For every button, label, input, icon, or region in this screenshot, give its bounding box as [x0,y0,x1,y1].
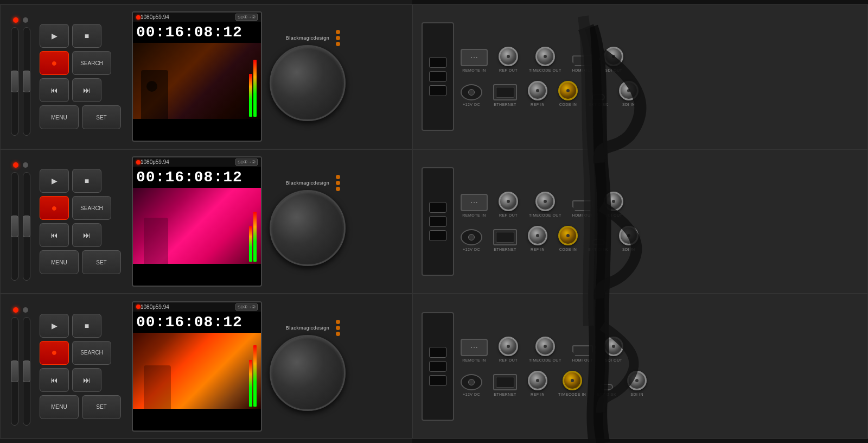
led-row-3 [13,307,28,313]
slider-1b[interactable] [23,27,30,136]
slider-2b[interactable] [23,172,30,281]
btn-row-prev-next-1 [40,78,126,102]
bnc-center-tc-in-1 [566,89,570,92]
slider-2a[interactable] [11,172,18,281]
bnc-center-ref-in-3 [536,379,539,382]
rec-dot-2 [136,160,141,164]
timecode-3: 00:16:08:12 [133,312,261,333]
menu-button-3[interactable]: MENU [40,395,79,419]
prev-button-2[interactable] [40,223,69,247]
ref-out-label-1: REF OUT [499,68,518,72]
search-button-1[interactable]: SEARCH [72,51,111,75]
orange-dot-3a [336,320,340,324]
brand-area-3: Blackmagicdesign [286,322,330,332]
usbc-connector-3 [600,384,613,390]
stop-icon-3 [85,321,89,330]
remote-in-2: REMOTE IN [461,194,488,217]
jog-wheel-1[interactable] [270,45,346,121]
ethernet-2: ETHERNET [493,229,517,251]
bnc-center-sdi-out-1 [612,55,615,58]
video-preview-2 [133,188,261,264]
dc-connector-1 [461,84,482,100]
play-button-2[interactable] [40,169,69,193]
set-button-2[interactable]: SET [82,250,121,274]
bnc-timecode-out-1 [535,47,555,66]
vu-bar-3a [249,360,252,407]
slider-3b[interactable] [23,317,30,426]
dc-center-3 [468,379,475,385]
sd-badges-1: SD①→② [235,14,258,21]
power-connector-1 [422,22,454,131]
brand-area-2: Blackmagicdesign [286,177,330,187]
menu-button-1[interactable]: MENU [40,105,79,129]
sdi-out-1: SDI OUT [604,47,623,72]
power-slot-2c [429,230,446,241]
record-button-2[interactable] [40,196,69,220]
brand-area-1: Blackmagicdesign [286,32,330,42]
hdmi-out-label-1: HDMI OUT [572,68,593,72]
timecode-out-3: TIMECODE OUT [529,337,561,362]
record-button-1[interactable] [40,51,69,75]
remote-in-3: REMOTE IN [461,339,488,362]
ref-in-label-1: REF IN [531,103,545,106]
prev-button-3[interactable] [40,368,69,392]
left-controls-3 [7,307,34,426]
set-button-1[interactable]: SET [82,105,121,129]
bnc-center-ref-out-3 [507,345,510,348]
menu-button-2[interactable]: MENU [40,250,79,274]
orange-dot-1b [336,36,340,40]
orange-dot-1c [336,42,340,46]
timecode-out-label-3: TIMECODE OUT [529,358,561,362]
jog-wheel-3[interactable] [270,335,346,411]
slider-1a[interactable] [11,27,18,136]
prev-button-1[interactable] [40,78,69,102]
orange-dot-3c [336,332,340,336]
stop-button-2[interactable] [72,169,101,193]
screen-top-bar-3: 1080p59.94 SD①→② [133,302,261,312]
bnc-sdi-out-1 [604,47,623,66]
stop-icon-2 [85,176,89,185]
slider-3a[interactable] [11,317,18,426]
rj45-inner-2 [496,232,514,243]
vu-meters-3 [249,335,259,407]
sliders-row-3 [11,317,30,426]
db9-remote-3 [461,339,488,356]
record-button-3[interactable] [40,341,69,365]
ethernet-label-3: ETHERNET [494,393,516,396]
rear-unit-2: REMOTE IN REF OUT TIMECODE OUT HDMI OUT … [412,149,868,294]
search-button-3[interactable]: SEARCH [72,341,111,365]
next-button-3[interactable] [72,368,101,392]
button-grid-3: SEARCH MENU SET [40,314,126,419]
dc-center-1 [468,89,475,96]
ref-in-3: REF IN [528,371,547,396]
device-unit-3: SEARCH MENU SET 1080p59.94 SD①→② [0,294,412,439]
play-button-1[interactable] [40,24,69,48]
ethernet-label-2: ETHERNET [494,248,516,251]
ethernet-1: ETHERNET [493,84,517,106]
next-button-2[interactable] [72,223,101,247]
vu-bar-1a [249,74,252,117]
remote-in-label-3: REMOTE IN [462,358,486,362]
sliders-row-2 [11,172,30,281]
bnc-ref-out-1 [499,47,518,66]
play-button-3[interactable] [40,314,69,338]
power-slot-1b [429,71,446,82]
search-button-2[interactable]: SEARCH [72,196,111,220]
set-button-3[interactable]: SET [82,395,121,419]
next-button-1[interactable] [72,78,101,102]
hdmi-out-3: HDMI OUT [572,345,593,362]
stop-button-3[interactable] [72,314,101,338]
rec-icon-3 [52,347,58,358]
bnc-center-tc-out-2 [544,200,547,203]
dc-center-2 [468,234,475,241]
jog-wheel-2[interactable] [270,190,346,266]
bnc-timecode-out-2 [535,192,555,211]
figure-2 [144,218,168,264]
stop-button-1[interactable] [72,24,101,48]
sd-badge-2a: SD①→② [235,159,258,166]
dc-label-2: +12V DC [463,248,480,251]
sdi-out-2: SDI OUT [604,192,623,217]
orange-dot-2a [336,175,340,179]
next-icon-1 [83,86,91,94]
bnc-center-sdi-out-3 [612,345,615,348]
